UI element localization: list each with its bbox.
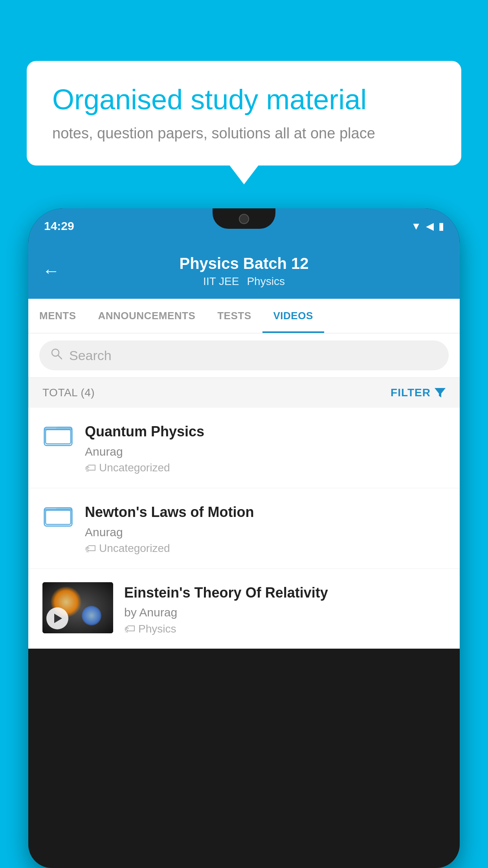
video-tag-1: 🏷 Uncategorized: [85, 462, 446, 474]
video-author-2: Anurag: [85, 526, 446, 539]
tag-icon: 🏷: [85, 462, 96, 474]
video-info-1: Quantum Physics Anurag 🏷 Uncategorized: [85, 421, 446, 474]
phone-frame: 14:29 ▼ ◀ ▮ ← Physics Batch 12 IIT JEE P…: [28, 208, 460, 868]
speech-bubble: Organised study material notes, question…: [27, 61, 461, 166]
filter-button[interactable]: FILTER: [391, 386, 446, 399]
status-bar: 14:29 ▼ ◀ ▮: [28, 208, 460, 244]
tab-bar: MENTS ANNOUNCEMENTS TESTS VIDEOS: [28, 299, 460, 333]
video-title-3: Einstein's Theory Of Relativity: [124, 584, 446, 602]
tab-ments[interactable]: MENTS: [28, 299, 87, 333]
tab-announcements[interactable]: ANNOUNCEMENTS: [87, 299, 207, 333]
video-info-2: Newton's Laws of Motion Anurag 🏷 Uncateg…: [85, 502, 446, 555]
video-tag-3: 🏷 Physics: [124, 622, 446, 635]
phone-notch: [213, 208, 275, 229]
video-thumbnail-3: [42, 582, 113, 633]
speech-bubble-heading: Organised study material: [52, 83, 436, 116]
tab-videos[interactable]: VIDEOS: [262, 299, 324, 333]
svg-marker-2: [435, 388, 446, 397]
back-button[interactable]: ←: [42, 261, 60, 281]
svg-rect-5: [46, 430, 71, 444]
video-author-3: by Anurag: [124, 606, 446, 619]
list-item[interactable]: Quantum Physics Anurag 🏷 Uncategorized: [28, 408, 460, 488]
video-tag-2: 🏷 Uncategorized: [85, 542, 446, 555]
wifi-icon: ▼: [411, 220, 421, 232]
speech-bubble-subtext: notes, question papers, solutions all at…: [52, 125, 436, 142]
total-count: TOTAL (4): [42, 386, 95, 399]
play-button[interactable]: [46, 607, 68, 629]
header-subtitle: IIT JEE Physics: [179, 275, 308, 288]
tab-tests[interactable]: TESTS: [206, 299, 262, 333]
tag-icon: 🏷: [85, 542, 96, 555]
status-icons: ▼ ◀ ▮: [411, 220, 444, 232]
signal-icon: ◀: [426, 220, 434, 232]
search-input[interactable]: Search: [69, 348, 112, 363]
tag-physics: Physics: [247, 275, 284, 288]
search-container: Search: [28, 333, 460, 378]
battery-icon: ▮: [438, 220, 444, 232]
video-author-1: Anurag: [85, 445, 446, 458]
tag-icon: 🏷: [124, 622, 135, 635]
folder-thumb-2: [42, 502, 74, 527]
speech-bubble-container: Organised study material notes, question…: [27, 61, 461, 166]
svg-line-1: [58, 355, 62, 359]
app-header: ← Physics Batch 12 IIT JEE Physics: [28, 244, 460, 299]
camera-icon: [239, 214, 249, 224]
folder-icon: [44, 502, 73, 527]
tag-iit-jee: IIT JEE: [203, 275, 239, 288]
list-item[interactable]: Einstein's Theory Of Relativity by Anura…: [28, 569, 460, 649]
list-item[interactable]: Newton's Laws of Motion Anurag 🏷 Uncateg…: [28, 488, 460, 569]
folder-thumb-1: [42, 421, 74, 447]
video-title-2: Newton's Laws of Motion: [85, 503, 446, 522]
search-icon: [50, 348, 63, 363]
filter-bar: TOTAL (4) FILTER: [28, 378, 460, 408]
video-list: Quantum Physics Anurag 🏷 Uncategorized: [28, 408, 460, 649]
search-bar[interactable]: Search: [39, 340, 449, 370]
folder-icon: [44, 421, 73, 447]
video-info-3: Einstein's Theory Of Relativity by Anura…: [124, 582, 446, 636]
svg-rect-8: [46, 510, 71, 524]
page-title: Physics Batch 12: [179, 254, 308, 273]
video-title-1: Quantum Physics: [85, 423, 446, 441]
